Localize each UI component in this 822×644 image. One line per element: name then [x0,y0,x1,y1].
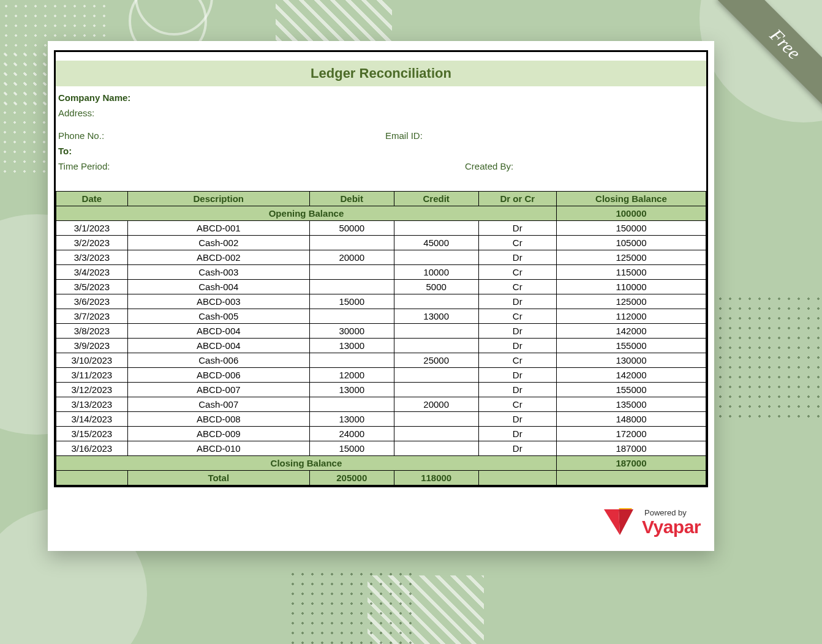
cell-credit: 10000 [394,265,478,280]
cell-close: 112000 [556,309,706,324]
cell-date: 3/15/2023 [56,427,128,441]
opening-balance-value: 100000 [556,206,706,221]
cell-debit: 50000 [309,221,394,236]
cell-desc: ABCD-007 [127,383,309,397]
cell-desc: ABCD-010 [127,441,309,456]
table-row: 3/11/2023ABCD-00612000Dr142000 [56,368,706,383]
cell-debit: 30000 [309,324,394,339]
cell-drcr: Dr [478,339,556,353]
cell-credit [394,339,478,353]
cell-debit: 13000 [309,383,394,397]
cell-debit [309,309,394,324]
address-label: Address: [58,108,371,118]
closing-balance-value: 187000 [556,456,706,471]
table-row: 3/10/2023Cash-00625000Cr130000 [56,353,706,368]
th-description: Description [127,192,309,206]
cell-debit: 15000 [309,294,394,309]
cell-drcr: Dr [478,294,556,309]
closing-balance-row: Closing Balance187000 [56,456,706,471]
table-row: 3/3/2023ABCD-00220000Dr125000 [56,250,706,265]
cell-credit: 20000 [394,397,478,412]
cell-desc: Cash-002 [127,236,309,250]
cell-credit [394,324,478,339]
cell-close: 142000 [556,368,706,383]
cell-close: 155000 [556,383,706,397]
cell-drcr: Cr [478,397,556,412]
cell-debit [309,397,394,412]
cell-debit: 13000 [309,339,394,353]
cell-close: 105000 [556,236,706,250]
cell-desc: Cash-004 [127,280,309,294]
table-row: 3/16/2023ABCD-01015000Dr187000 [56,441,706,456]
cell-drcr: Cr [478,353,556,368]
cell-date: 3/1/2023 [56,221,128,236]
cell-desc: ABCD-002 [127,250,309,265]
closing-balance-label: Closing Balance [56,456,557,471]
cell-credit: 25000 [394,353,478,368]
cell-desc: Cash-005 [127,309,309,324]
cell-debit [309,236,394,250]
table-row: 3/13/2023Cash-00720000Cr135000 [56,397,706,412]
cell-credit: 5000 [394,280,478,294]
cell-drcr: Cr [478,265,556,280]
opening-balance-row: Opening Balance 100000 [56,206,706,221]
document-sheet: Ledger Reconciliation Company Name: Addr… [48,41,714,551]
cell-date: 3/16/2023 [56,441,128,456]
cell-credit: 45000 [394,236,478,250]
cell-drcr: Cr [478,236,556,250]
table-header-row: Date Description Debit Credit Dr or Cr C… [56,192,706,206]
logo-name: Vyapar [642,518,701,536]
cell-drcr: Dr [478,412,556,427]
cell-credit [394,427,478,441]
cell-debit: 15000 [309,441,394,456]
table-row: 3/14/2023ABCD-00813000Dr148000 [56,412,706,427]
company-name-label: Company Name: [58,92,371,103]
time-period-label: Time Period: [58,161,450,171]
table-row: 3/6/2023ABCD-00315000Dr125000 [56,294,706,309]
deco-dots [706,294,822,422]
cell-date: 3/6/2023 [56,294,128,309]
cell-date: 3/7/2023 [56,309,128,324]
cell-desc: ABCD-004 [127,339,309,353]
cell-desc: ABCD-001 [127,221,309,236]
cell-desc: ABCD-003 [127,294,309,309]
table-row: 3/4/2023Cash-00310000Cr115000 [56,265,706,280]
cell-debit: 12000 [309,368,394,383]
cell-date: 3/5/2023 [56,280,128,294]
cell-date: 3/13/2023 [56,397,128,412]
cell-debit: 20000 [309,250,394,265]
cell-close: 172000 [556,427,706,441]
cell-drcr: Dr [478,324,556,339]
table-row: 3/7/2023Cash-00513000Cr112000 [56,309,706,324]
deco-dots [288,569,417,644]
cell-desc: Cash-003 [127,265,309,280]
th-date: Date [56,192,128,206]
table-row: 3/9/2023ABCD-00413000Dr155000 [56,339,706,353]
cell-close: 148000 [556,412,706,427]
cell-close: 187000 [556,441,706,456]
table-row: 3/8/2023ABCD-00430000Dr142000 [56,324,706,339]
cell-desc: ABCD-006 [127,368,309,383]
cell-credit [394,412,478,427]
cell-drcr: Dr [478,441,556,456]
phone-label: Phone No.: [58,130,371,141]
cell-credit [394,383,478,397]
cell-date: 3/3/2023 [56,250,128,265]
total-debit: 205000 [309,471,394,485]
total-credit: 118000 [394,471,478,485]
cell-close: 130000 [556,353,706,368]
total-label: Total [127,471,309,485]
cell-drcr: Dr [478,383,556,397]
ledger-table: Date Description Debit Credit Dr or Cr C… [56,191,706,485]
cell-credit [394,294,478,309]
cell-date: 3/4/2023 [56,265,128,280]
cell-drcr: Dr [478,427,556,441]
to-label: To: [58,146,371,156]
created-by-label: Created By: [465,161,704,171]
cell-date: 3/9/2023 [56,339,128,353]
page-title: Ledger Reconciliation [56,61,706,86]
cell-date: 3/8/2023 [56,324,128,339]
cell-debit [309,353,394,368]
cell-credit [394,221,478,236]
total-blank [56,471,128,485]
